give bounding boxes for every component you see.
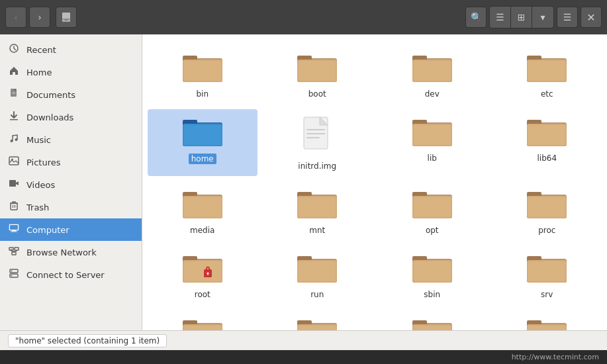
back-button[interactable]: ‹ — [5, 7, 26, 28]
svg-rect-71 — [528, 197, 565, 217]
bottom-bar: http://www.tecmint.com — [0, 350, 607, 364]
file-item[interactable]: lib — [377, 109, 487, 176]
menu-button[interactable]: ☰ — [557, 7, 578, 28]
videos-icon — [8, 178, 20, 191]
grid-view-button[interactable]: ⊞ — [511, 7, 532, 28]
close-button[interactable]: ✕ — [581, 7, 602, 28]
svg-rect-18 — [15, 248, 19, 250]
folder-icon — [411, 251, 453, 287]
file-item[interactable]: etc — [492, 45, 602, 104]
file-item[interactable]: proc — [492, 181, 602, 240]
svg-rect-67 — [414, 197, 451, 217]
downloads-icon — [8, 111, 20, 124]
folder-icon — [411, 315, 453, 330]
sidebar-item-home[interactable]: Home — [0, 61, 142, 83]
sidebar-item-label: Connect to Server — [26, 270, 105, 280]
file-item[interactable]: boot — [263, 45, 373, 104]
view-toggle: ☰ ⊞ ▾ — [489, 6, 554, 28]
sidebar-item-label: Recent — [26, 45, 56, 55]
file-name: boot — [308, 89, 326, 99]
browse-network-icon — [8, 246, 20, 259]
file-name: home — [189, 154, 216, 164]
file-name: media — [190, 226, 214, 235]
folder-icon — [181, 315, 224, 330]
svg-rect-86 — [414, 261, 451, 281]
file-item[interactable]: initrd.img — [263, 109, 373, 176]
sidebar-item-downloads[interactable]: Downloads — [0, 106, 142, 128]
sidebar-item-videos[interactable]: Videos — [0, 173, 142, 196]
svg-rect-94 — [184, 326, 221, 330]
bookmark-icon — [60, 11, 72, 23]
bookmark-button[interactable] — [56, 7, 77, 28]
close-icon: ✕ — [586, 11, 595, 24]
sidebar-item-label: Home — [26, 68, 52, 77]
grid-view-icon: ⊞ — [518, 12, 526, 23]
file-item[interactable]: sys — [148, 310, 257, 330]
file-name: proc — [538, 226, 555, 235]
sidebar-item-music[interactable]: Music — [0, 128, 142, 151]
file-item[interactable]: tmp — [263, 310, 373, 330]
svg-rect-59 — [184, 197, 221, 217]
file-name: root — [195, 290, 210, 299]
file-item[interactable]: home — [148, 109, 257, 176]
svg-rect-45 — [306, 129, 325, 130]
file-item[interactable]: usr — [377, 310, 487, 330]
folder-icon — [526, 315, 568, 330]
svg-rect-16 — [11, 232, 17, 232]
file-item[interactable]: media — [148, 181, 257, 240]
home-icon — [8, 66, 20, 79]
svg-rect-9 — [9, 157, 19, 165]
file-item[interactable]: sbin — [377, 246, 487, 304]
file-name: lib — [428, 154, 437, 163]
documents-icon — [8, 88, 20, 101]
sidebar-item-pictures[interactable]: Pictures — [0, 151, 142, 173]
sidebar-item-computer[interactable]: Computer — [0, 218, 142, 241]
sidebar-item-trash[interactable]: Trash — [0, 196, 142, 218]
content-area: bin boot dev etc home initrd.img — [142, 34, 607, 330]
sidebar-item-recent[interactable]: Recent — [0, 38, 142, 61]
status-text: "home" selected (containing 1 item) — [8, 334, 167, 347]
sidebar-item-connect-server[interactable]: Connect to Server — [0, 263, 142, 286]
folder-icon — [296, 187, 338, 223]
file-item[interactable]: bin — [148, 45, 257, 104]
sidebar-item-browse-network[interactable]: Browse Network — [0, 241, 142, 263]
file-item[interactable]: srv — [492, 246, 602, 304]
music-icon — [8, 133, 20, 146]
file-item[interactable]: mnt — [263, 181, 373, 240]
folder-icon — [296, 50, 338, 87]
forward-button[interactable]: › — [29, 7, 50, 28]
list-view-button[interactable]: ☰ — [490, 7, 511, 28]
main-area: RecentHomeDocumentsDownloadsMusicPicture… — [0, 34, 607, 330]
sidebar-item-label: Music — [26, 135, 51, 145]
sidebar-item-label: Computer — [26, 225, 70, 235]
svg-rect-46 — [306, 133, 325, 134]
svg-rect-6 — [10, 119, 18, 120]
svg-rect-43 — [184, 125, 221, 145]
svg-point-7 — [11, 140, 13, 142]
sidebar-item-label: Videos — [26, 180, 55, 190]
sidebar-item-documents[interactable]: Documents — [0, 83, 142, 106]
file-item[interactable]: root — [148, 246, 257, 304]
view-dropdown-button[interactable]: ▾ — [532, 7, 553, 28]
titlebar: ‹ › 🔍 ☰ ⊞ ▾ ☰ ✕ — [0, 0, 607, 34]
svg-rect-12 — [11, 203, 17, 210]
folder-icon — [526, 187, 568, 223]
svg-rect-102 — [414, 326, 451, 330]
sidebar-item-label: Documents — [26, 90, 75, 100]
folder-icon — [411, 187, 453, 223]
file-item[interactable]: opt — [377, 181, 487, 240]
svg-rect-75 — [184, 261, 221, 281]
svg-rect-51 — [414, 125, 451, 145]
file-item[interactable]: run — [263, 246, 373, 304]
search-button[interactable]: 🔍 — [465, 7, 487, 28]
svg-point-23 — [11, 275, 13, 277]
file-item[interactable]: lib64 — [492, 109, 602, 176]
file-item[interactable]: var — [492, 310, 602, 330]
folder-icon — [526, 251, 568, 287]
svg-rect-19 — [12, 252, 16, 255]
hamburger-icon: ☰ — [563, 12, 572, 23]
file-name: lib64 — [537, 154, 557, 163]
file-item[interactable]: dev — [377, 45, 487, 104]
svg-rect-5 — [12, 93, 15, 94]
svg-rect-98 — [299, 326, 336, 330]
